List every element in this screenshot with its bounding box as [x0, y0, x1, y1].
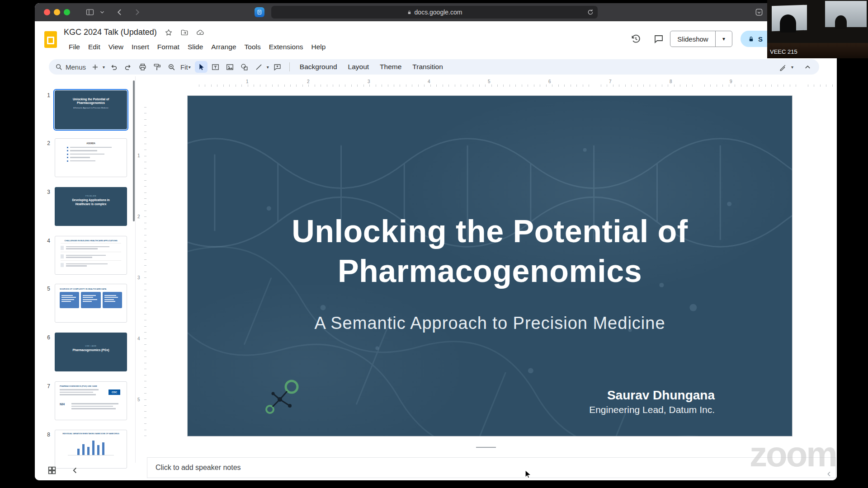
thumb-heading: INDIVIDUAL VARIATION WHEN TAKING SAME DO…	[61, 433, 121, 435]
collapse-filmstrip-icon[interactable]	[70, 465, 80, 475]
zoom-value: Fit	[180, 63, 188, 71]
slide-number-1: 1	[40, 92, 50, 99]
slide-canvas[interactable]: Unlocking the Potential of Pharmacogenom…	[187, 95, 793, 436]
slide-thumbnail-1[interactable]: Unlocking the Potential of Pharmacogenom…	[55, 90, 127, 129]
new-slide-dropdown-icon[interactable]: ▾	[103, 65, 105, 70]
horizontal-ruler: 1 2 3 4 5 6 7 8 9	[147, 79, 837, 87]
agenda-row	[67, 160, 127, 162]
zoom-select[interactable]: Fit ▾	[180, 63, 192, 71]
ruler-number: 4	[137, 336, 140, 341]
slide-title[interactable]: Unlocking the Potential of Pharmacogenom…	[188, 211, 792, 291]
refresh-icon[interactable]	[587, 9, 594, 16]
slide-number-2: 2	[40, 140, 50, 146]
filmstrip-scrollbar[interactable]	[133, 80, 135, 221]
grid-view-icon[interactable]	[47, 465, 57, 475]
back-icon[interactable]	[115, 8, 124, 17]
menu-file[interactable]: File	[65, 41, 84, 53]
challenge-row	[61, 243, 121, 252]
menu-insert[interactable]: Insert	[127, 41, 153, 53]
forward-icon[interactable]	[132, 8, 142, 17]
slides-app-icon[interactable]	[44, 31, 57, 48]
slide-thumbnail-4[interactable]: CHALLENGES IN BUILDING HEALTHCARE APPLIC…	[55, 236, 127, 275]
notes-resize-handle[interactable]	[476, 447, 496, 448]
menu-help[interactable]: Help	[307, 41, 330, 53]
ruler-number: 2	[307, 79, 310, 84]
line-dropdown-icon[interactable]: ▾	[267, 65, 269, 70]
text-box-icon[interactable]	[209, 61, 222, 73]
slide-author-block[interactable]: Saurav Dhungana Engineering Lead, Datum …	[589, 387, 715, 416]
slide-thumbnail-6[interactable]: USE CASE Pharmacogenomics (PGx)	[55, 333, 127, 371]
insert-image-icon[interactable]	[224, 61, 236, 73]
slide-thumbnail-5[interactable]: SOURCES OF COMPLEXITY IN HEALTHCARE DATA	[55, 284, 127, 323]
minimize-window-button[interactable]	[54, 9, 60, 15]
menu-edit[interactable]: Edit	[84, 41, 104, 53]
menu-arrange[interactable]: Arrange	[207, 41, 240, 53]
ruler-number: 6	[548, 79, 551, 84]
speaker-notes[interactable]: Click to add speaker notes	[147, 457, 836, 478]
version-history-icon[interactable]	[630, 33, 641, 44]
room-label: VEEC 215	[770, 48, 797, 55]
horizontal-ruler-ticks	[187, 84, 837, 87]
agenda-row	[67, 150, 127, 151]
menu-slide[interactable]: Slide	[184, 41, 207, 53]
select-tool-icon[interactable]	[195, 61, 208, 73]
thumb-label: PROBLEM	[55, 195, 127, 197]
insert-line-icon[interactable]	[253, 61, 265, 73]
molecule-icon	[264, 377, 305, 421]
ruler-number: 5	[137, 397, 140, 402]
menu-bar: File Edit View Insert Format Slide Arran…	[65, 41, 330, 53]
author-name: Saurav Dhungana	[589, 387, 715, 404]
background-button[interactable]: Background	[294, 63, 343, 71]
ruler-number: 5	[488, 79, 491, 84]
address-bar[interactable]: docs.google.com	[271, 6, 598, 19]
print-icon[interactable]	[136, 61, 149, 73]
move-folder-icon[interactable]	[180, 28, 189, 37]
pointer-tools-dropdown-icon[interactable]: ▾	[791, 65, 793, 70]
agenda-row	[67, 157, 127, 158]
theme-button[interactable]: Theme	[374, 63, 407, 71]
slide-thumbnail-7[interactable]: PHARMACOGENOMICS (PGX) USE CASE CDC NIH	[55, 381, 127, 420]
document-title[interactable]: KGC 2024 Talk (Updated)	[64, 28, 157, 37]
vertical-ruler: 1 2 3 4 5	[136, 76, 147, 463]
menu-view[interactable]: View	[104, 41, 127, 53]
slide-thumbnail-8[interactable]: INDIVIDUAL VARIATION WHEN TAKING SAME DO…	[55, 430, 127, 469]
close-window-button[interactable]	[44, 9, 50, 15]
slide-thumbnail-3[interactable]: PROBLEM Developing Applications in Healt…	[55, 187, 127, 226]
new-slide-button[interactable]	[89, 61, 101, 73]
menus-search-button[interactable]: Menus	[55, 63, 86, 71]
slide-number-3: 3	[40, 189, 50, 195]
zoom-icon[interactable]	[165, 61, 178, 73]
undo-icon[interactable]	[107, 61, 120, 73]
extension-icon[interactable]	[755, 8, 764, 17]
slideshow-dropdown-icon[interactable]: ▾	[716, 36, 732, 42]
menu-tools[interactable]: Tools	[241, 41, 265, 53]
toolbar: Menus ▾	[35, 58, 837, 76]
menu-format[interactable]: Format	[153, 41, 184, 53]
speaker-notes-placeholder: Click to add speaker notes	[156, 464, 241, 472]
thumb-subtitle: A Semantic Approach to Precision Medicin…	[55, 107, 127, 109]
slideshow-button[interactable]: Slideshow ▾	[670, 31, 732, 47]
challenge-row	[61, 252, 121, 260]
redo-icon[interactable]	[122, 61, 134, 73]
insert-shape-icon[interactable]	[238, 61, 251, 73]
menu-extensions[interactable]: Extensions	[265, 41, 307, 53]
pointer-tools-icon[interactable]	[777, 61, 790, 73]
thumb-heading: CHALLENGES IN BUILDING HEALTHCARE APPLIC…	[62, 239, 119, 242]
zoom-window-button[interactable]	[64, 9, 70, 15]
star-icon[interactable]	[165, 28, 173, 37]
comments-icon[interactable]	[653, 33, 664, 44]
share-lock-icon	[748, 36, 755, 42]
transition-button[interactable]: Transition	[407, 63, 448, 71]
sidebar-icon[interactable]	[85, 8, 94, 17]
ruler-number: 1	[137, 153, 140, 158]
paint-format-icon[interactable]	[151, 61, 163, 73]
slide-subtitle[interactable]: A Semantic Approach to Precision Medicin…	[188, 312, 792, 334]
slide-thumbnail-2[interactable]: AGENDA	[55, 138, 127, 177]
layout-button[interactable]: Layout	[343, 63, 375, 71]
pinned-app-icon[interactable]	[255, 7, 264, 17]
hide-menus-icon[interactable]	[801, 61, 814, 73]
insert-comment-icon[interactable]	[271, 61, 284, 73]
agenda-row	[67, 154, 127, 155]
chevron-down-icon[interactable]	[99, 9, 105, 15]
cloud-saved-icon[interactable]	[196, 28, 204, 37]
